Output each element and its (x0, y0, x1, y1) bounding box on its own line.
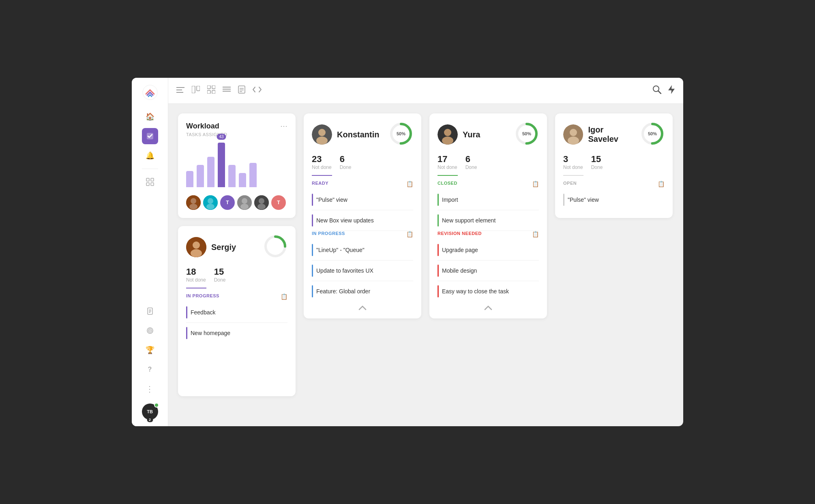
svg-rect-17 (197, 86, 200, 91)
task-bar (312, 265, 313, 277)
sergiy-card: Sergiy 25% 18 Not done (178, 226, 296, 396)
svg-rect-2 (146, 178, 149, 181)
sergiy-progress-ring: 25% (263, 234, 287, 260)
workload-title: Workload (186, 122, 219, 130)
konstantin-name: Konstantin (337, 130, 379, 139)
task-bar (186, 306, 187, 318)
workload-more-button[interactable]: ⋯ (280, 122, 287, 130)
task-item[interactable]: Import (438, 190, 539, 210)
task-bar (438, 194, 439, 206)
sidebar-item-goals[interactable]: 🏆 (142, 342, 158, 358)
app-logo[interactable] (142, 84, 158, 100)
doc-icon[interactable] (238, 85, 245, 96)
svg-rect-4 (146, 183, 149, 186)
igor-card: Igor Savelev 50% 3 Not done (555, 113, 673, 218)
chart-bar-badge: 43 (217, 134, 226, 140)
task-item[interactable]: "Pulse" view (312, 190, 413, 210)
svg-point-34 (189, 204, 197, 209)
yura-not-done: 17 Not done (438, 154, 457, 170)
task-item[interactable]: "Pulse" view (563, 190, 665, 210)
workload-avatar[interactable] (237, 195, 252, 210)
svg-rect-25 (238, 86, 245, 93)
sidebar-item-docs[interactable] (142, 303, 158, 319)
svg-text:50%: 50% (648, 131, 657, 136)
workload-avatar[interactable] (254, 195, 269, 210)
igor-not-done: 3 Not done (563, 154, 583, 170)
task-item[interactable]: Easy way to close the task (438, 281, 539, 301)
svg-point-12 (149, 330, 150, 331)
lightning-icon[interactable] (668, 85, 675, 96)
task-item[interactable]: New support element (438, 210, 539, 231)
svg-marker-31 (668, 85, 675, 94)
task-item[interactable]: Update to favorites UX (312, 261, 413, 281)
task-item[interactable]: New Box view updates (312, 210, 413, 231)
user-avatar[interactable]: TB 2 (142, 404, 158, 420)
task-bar (312, 194, 313, 206)
copy-icon[interactable]: 📋 (658, 181, 665, 187)
task-item[interactable]: "LineUp" - "Queue" (312, 240, 413, 261)
sidebar-item-more[interactable]: ⋮ (142, 381, 158, 397)
workload-avatar[interactable]: T (271, 195, 286, 210)
task-text: "LineUp" - "Queue" (316, 247, 365, 253)
copy-icon[interactable]: 📋 (281, 293, 288, 300)
sidebar-item-notifications[interactable]: 🔔 (142, 147, 158, 164)
svg-point-58 (442, 137, 453, 145)
sidebar-item-home[interactable]: 🏠 (142, 109, 158, 125)
sidebar-item-pulse[interactable] (142, 322, 158, 339)
task-item[interactable]: Upgrade page (438, 240, 539, 261)
yura-stats: 17 Not done 6 Done (438, 154, 539, 170)
task-text: Feedback (191, 309, 215, 316)
copy-icon[interactable]: 📋 (532, 231, 539, 237)
workload-avatar[interactable] (186, 195, 201, 210)
list-view-icon[interactable] (176, 86, 184, 95)
section-label-in-progress: IN PROGRESS📋 (186, 293, 287, 298)
left-column: Workload ⋯ TASKS ASSIGNED 43 TT (178, 113, 296, 396)
workload-avatar[interactable] (203, 195, 218, 210)
svg-point-33 (191, 198, 196, 204)
svg-point-45 (193, 241, 200, 249)
sidebar-item-spaces[interactable] (142, 174, 158, 190)
sergiy-sections: IN PROGRESS📋FeedbackNew homepage (186, 293, 287, 343)
code-icon[interactable] (253, 86, 262, 95)
sidebar-item-help[interactable]: ? (142, 361, 158, 378)
workload-avatar[interactable]: T (220, 195, 235, 210)
section-label-closed: CLOSED📋 (438, 181, 539, 186)
konstantin-avatar (312, 124, 332, 145)
search-icon[interactable] (652, 85, 661, 96)
task-bar (438, 244, 439, 256)
task-item[interactable]: Mobile design (438, 261, 539, 281)
workload-avatars: TT (186, 195, 287, 210)
konstantin-header: Konstantin 50% (312, 122, 413, 147)
topbar-actions (652, 85, 675, 96)
copy-icon[interactable]: 📋 (406, 181, 414, 187)
sergiy-not-done: 18 Not done (186, 267, 206, 283)
svg-point-52 (316, 137, 328, 145)
sidebar-item-tasks[interactable] (142, 128, 158, 144)
yura-collapse-button[interactable] (438, 305, 539, 310)
task-bar (438, 214, 439, 226)
topbar (168, 78, 683, 104)
view-switcher (176, 85, 644, 96)
copy-icon[interactable]: 📋 (532, 181, 539, 187)
yura-avatar (438, 124, 458, 145)
task-item[interactable]: Feedback (186, 302, 287, 323)
task-item[interactable]: Feature: Global order (312, 281, 413, 301)
svg-point-51 (318, 129, 326, 136)
notification-count: 2 (147, 417, 153, 422)
board-view-icon[interactable] (192, 86, 200, 95)
section-label-in-progress: IN PROGRESS📋 (312, 231, 413, 236)
yura-done: 6 Done (465, 154, 477, 170)
igor-name: Igor Savelev (588, 125, 635, 144)
svg-point-43 (257, 204, 266, 209)
task-item[interactable]: New homepage (186, 323, 287, 343)
svg-rect-3 (151, 178, 154, 181)
copy-icon[interactable]: 📋 (406, 231, 414, 237)
list-icon[interactable] (223, 86, 231, 95)
svg-point-42 (259, 198, 264, 204)
task-bar (312, 244, 313, 256)
konstantin-collapse-button[interactable] (312, 305, 413, 310)
svg-rect-18 (207, 85, 210, 89)
sergiy-avatar (186, 237, 206, 257)
task-text: New homepage (191, 330, 230, 336)
grid-view-icon[interactable] (207, 85, 215, 96)
